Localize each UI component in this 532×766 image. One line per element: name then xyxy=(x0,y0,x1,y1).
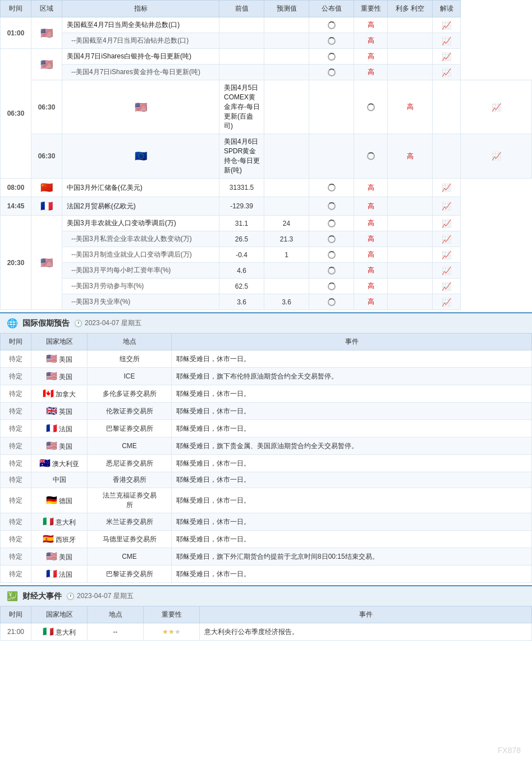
indicator-cell: 中国3月外汇储备(亿美元) xyxy=(62,179,219,197)
col-indicator: 指标 xyxy=(62,1,219,17)
holiday-time: 待定 xyxy=(1,488,31,513)
col-time: 时间 xyxy=(1,1,31,17)
prev-cell: 31331.5 xyxy=(219,179,264,197)
importance-cell: 高 xyxy=(354,65,388,80)
country-name: 意大利 xyxy=(56,518,76,526)
forecast-cell xyxy=(264,49,309,65)
clock-icon: 🕐 xyxy=(74,320,82,327)
chart-cell[interactable]: 📈 xyxy=(433,179,461,197)
lido-cell xyxy=(388,294,433,310)
holiday-event: 耶稣受难日，休市一日。 xyxy=(172,385,532,403)
holiday-time: 待定 xyxy=(1,455,31,472)
loading-spinner xyxy=(328,202,336,210)
holiday-location: 香港交易所 xyxy=(88,472,172,488)
forecast-cell xyxy=(309,134,354,179)
chart-cell[interactable]: 📈 xyxy=(461,80,532,134)
chart-icon: 📈 xyxy=(442,266,451,275)
chart-cell[interactable]: 📈 xyxy=(433,263,461,279)
time-cell: 20:30 xyxy=(1,216,31,310)
holiday-country: 🇮🇹 意大利 xyxy=(31,513,88,531)
holiday-time: 待定 xyxy=(1,385,31,403)
table-row: 20:30🇺🇸美国3月非农就业人口变动季调后(万)31.124高📈 xyxy=(1,216,532,231)
chart-cell[interactable]: 📈 xyxy=(433,279,461,294)
chart-cell[interactable]: 📈 xyxy=(433,65,461,80)
time-cell: 01:00 xyxy=(1,17,31,49)
table-row: --美国3月平均每小时工资年率(%)4.6高📈 xyxy=(1,263,532,279)
lido-cell xyxy=(388,263,433,279)
holiday-date: 🕐 2023-04-07 星期五 xyxy=(74,318,141,328)
prev-cell xyxy=(219,65,264,80)
country-name: 法国 xyxy=(59,425,72,433)
holiday-row: 待定🇩🇪 德国法兰克福证券交易 所耶稣受难日，休市一日。 xyxy=(1,488,532,513)
finance-icon: 💹 xyxy=(7,591,18,601)
loading-spinner xyxy=(367,103,375,111)
prev-cell xyxy=(264,134,309,179)
chart-cell[interactable]: 📈 xyxy=(433,294,461,310)
prev-cell: -129.39 xyxy=(219,197,264,216)
loading-spinner xyxy=(328,235,336,243)
flag-icon: 🇫🇷 xyxy=(46,569,57,578)
table-row: 06:30🇺🇸美国4月7日iShares白银持仓-每日更新(吨)高📈 xyxy=(1,49,532,65)
flag-cell: 🇫🇷 xyxy=(31,197,62,216)
holiday-country: 🇫🇷 法国 xyxy=(31,566,88,583)
actual-cell xyxy=(354,134,388,179)
chart-cell[interactable]: 📈 xyxy=(433,247,461,263)
holiday-event: 耶稣受难日，休市一日。 xyxy=(172,403,532,420)
holiday-location: ICE xyxy=(88,368,172,385)
holiday-country: 中国 xyxy=(31,472,88,488)
holiday-event: 耶稣受难日，休市一日。 xyxy=(172,531,532,548)
table-row: 01:00🇺🇸美国截至4月7日当周全美钻井总数(口)高📈 xyxy=(1,17,532,33)
chart-cell[interactable]: 📈 xyxy=(433,231,461,247)
loading-spinner xyxy=(328,298,336,306)
holiday-time: 待定 xyxy=(1,513,31,531)
actual-cell xyxy=(309,17,354,33)
time-cell: 08:00 xyxy=(1,179,31,197)
lido-cell xyxy=(388,279,433,294)
indicator-cell: 法国2月贸易帐(亿欧元) xyxy=(62,197,219,216)
chart-icon: 📈 xyxy=(442,37,451,45)
table-row: 06:30🇪🇺美国4月6日SPDR黄金持仓-每日更新(吨)高📈 xyxy=(1,134,532,179)
loading-spinner xyxy=(328,69,336,76)
holiday-country: 🇨🇦 加拿大 xyxy=(31,385,88,403)
holiday-col-event: 事件 xyxy=(172,334,532,350)
prev-cell xyxy=(219,33,264,49)
forecast-cell: 21.3 xyxy=(264,231,309,247)
fin-time: 21:00 xyxy=(1,623,31,641)
indicator-cell: --美国截至4月7日当周石油钻井总数(口) xyxy=(62,33,219,49)
globe-icon: 🌐 xyxy=(7,318,18,329)
holiday-time: 待定 xyxy=(1,566,31,583)
holiday-location: 伦敦证券交易所 xyxy=(88,403,172,420)
importance-cell: 高 xyxy=(354,294,388,310)
indicator-cell: --美国3月平均每小时工资年率(%) xyxy=(62,263,219,279)
importance-cell: 高 xyxy=(354,231,388,247)
holiday-location: 巴黎证券交易所 xyxy=(88,420,172,437)
actual-cell xyxy=(309,179,354,197)
chart-cell[interactable]: 📈 xyxy=(433,49,461,65)
indicator-cell: 美国4月7日iShares白银持仓-每日更新(吨) xyxy=(62,49,219,65)
fin-col-event: 事件 xyxy=(200,607,532,623)
indicator-cell: --美国3月劳动参与率(%) xyxy=(62,279,219,294)
chart-cell[interactable]: 📈 xyxy=(461,134,532,179)
forecast-cell xyxy=(264,17,309,33)
holiday-event: 耶稣受难日，旗下贵金属、美国原油期货合约全天交易暂停。 xyxy=(172,437,532,455)
holiday-location: 马德里证券交易所 xyxy=(88,531,172,548)
chart-cell[interactable]: 📈 xyxy=(433,216,461,231)
flag-icon: 🇮🇹 xyxy=(43,627,54,636)
clock-icon2: 🕐 xyxy=(66,592,75,600)
prev-cell xyxy=(219,17,264,33)
holiday-country: 🇪🇸 西班牙 xyxy=(31,531,88,548)
chart-cell[interactable]: 📈 xyxy=(433,33,461,49)
chart-cell[interactable]: 📈 xyxy=(433,17,461,33)
time-cell: 06:30 xyxy=(1,49,31,179)
holiday-section-header: 🌐 国际假期预告 🕐 2023-04-07 星期五 xyxy=(0,312,532,333)
loading-spinner xyxy=(328,251,336,259)
lido-cell xyxy=(388,197,433,216)
actual-cell xyxy=(309,49,354,65)
lido-cell xyxy=(388,33,433,49)
country-name: 美国 xyxy=(59,373,72,381)
flag-icon: 🇦🇺 xyxy=(39,458,51,468)
col-importance: 重要性 xyxy=(354,1,388,17)
chart-cell[interactable]: 📈 xyxy=(433,197,461,216)
country-name: 英国 xyxy=(59,408,72,416)
flag-icon: 🇫🇷 xyxy=(46,423,57,433)
